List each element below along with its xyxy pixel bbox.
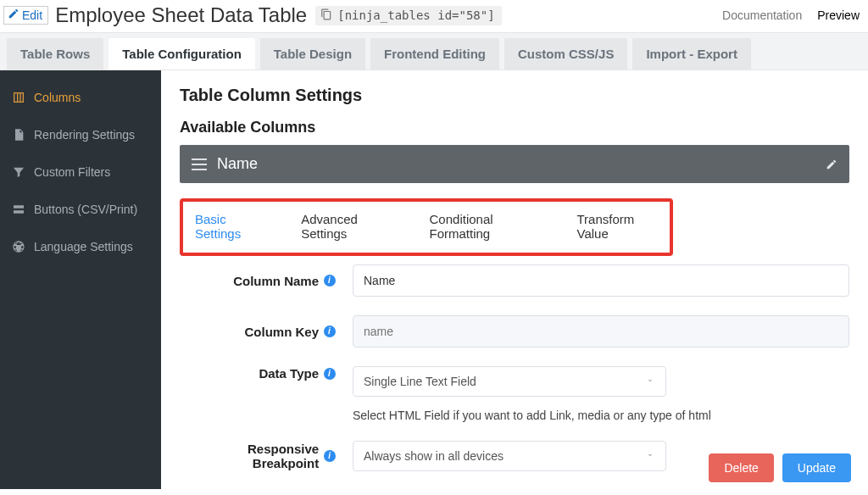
subtab-conditional-formatting[interactable]: Conditional Formatting	[430, 212, 542, 246]
tab-frontend-editing[interactable]: Frontend Editing	[370, 38, 499, 70]
documentation-link[interactable]: Documentation	[722, 8, 802, 22]
main-layout: Columns Rendering Settings Custom Filter…	[0, 70, 868, 489]
drag-handle-icon[interactable]	[192, 159, 207, 170]
footer-actions: Delete Update	[709, 453, 851, 482]
page-icon	[12, 128, 25, 142]
update-button[interactable]: Update	[782, 453, 851, 482]
copy-icon	[320, 8, 337, 23]
delete-button[interactable]: Delete	[709, 453, 773, 482]
page-title: Employee Sheet Data Table	[55, 3, 307, 27]
tab-custom-css-js[interactable]: Custom CSS/JS	[504, 38, 627, 70]
language-icon	[12, 240, 25, 253]
columns-icon	[12, 91, 25, 104]
pencil-icon[interactable]	[826, 159, 837, 170]
column-form: Column Name Column Key Data Type	[180, 264, 849, 471]
sidebar: Columns Rendering Settings Custom Filter…	[0, 70, 161, 489]
row-data-type: Data Type Single Line Text Field Select …	[180, 366, 849, 422]
label-data-type: Data Type	[180, 366, 341, 381]
subtab-transform-value[interactable]: Transform Value	[577, 212, 659, 246]
chevron-down-icon	[645, 449, 655, 463]
content: Table Column Settings Available Columns …	[161, 70, 868, 489]
filter-icon	[12, 165, 25, 179]
label-column-key: Column Key	[180, 325, 341, 339]
responsive-select[interactable]: Always show in all devices	[353, 441, 666, 471]
responsive-value: Always show in all devices	[364, 449, 504, 463]
subtabs-highlight: Basic Settings Advanced Settings Conditi…	[180, 198, 673, 256]
info-icon[interactable]	[324, 275, 336, 286]
top-links: Documentation Preview	[722, 8, 860, 22]
info-icon[interactable]	[324, 450, 336, 462]
data-type-value: Single Line Text Field	[364, 375, 476, 388]
column-name-input[interactable]	[353, 264, 849, 297]
data-type-select[interactable]: Single Line Text Field	[353, 366, 666, 397]
subtab-basic-settings[interactable]: Basic Settings	[195, 212, 265, 246]
sidebar-item-label: Columns	[34, 91, 81, 104]
tab-table-rows[interactable]: Table Rows	[7, 38, 103, 70]
shortcode-text: [ninja_tables id="58"]	[337, 8, 494, 22]
column-subtabs: Basic Settings Advanced Settings Conditi…	[195, 212, 658, 246]
shortcode-box[interactable]: [ninja_tables id="58"]	[315, 6, 501, 25]
data-type-help: Select HTML Field if you want to add Lin…	[353, 409, 849, 422]
info-icon[interactable]	[324, 325, 336, 337]
sidebar-item-label: Rendering Settings	[34, 128, 135, 142]
label-responsive: Responsive Breakpoint	[180, 442, 341, 470]
sidebar-item-buttons[interactable]: Buttons (CSV/Print)	[0, 191, 161, 228]
sidebar-item-label: Custom Filters	[34, 165, 110, 179]
subtab-advanced-settings[interactable]: Advanced Settings	[301, 212, 393, 246]
sidebar-item-label: Buttons (CSV/Print)	[34, 203, 137, 216]
pencil-icon	[8, 8, 22, 22]
buttons-icon	[12, 203, 25, 216]
sidebar-item-columns[interactable]: Columns	[0, 79, 161, 116]
column-header-bar[interactable]: Name	[180, 145, 849, 183]
row-column-name: Column Name	[180, 264, 849, 297]
preview-link[interactable]: Preview	[817, 8, 860, 22]
label-column-name: Column Name	[180, 274, 341, 288]
sidebar-item-filters[interactable]: Custom Filters	[0, 153, 161, 191]
sidebar-item-language[interactable]: Language Settings	[0, 228, 161, 265]
column-name: Name	[217, 155, 258, 173]
edit-link[interactable]: Edit	[3, 6, 48, 25]
row-column-key: Column Key	[180, 315, 849, 348]
sidebar-item-label: Language Settings	[34, 240, 133, 253]
tab-import-export[interactable]: Import - Export	[632, 38, 751, 70]
primary-tabs: Table Rows Table Configuration Table Des…	[0, 32, 868, 70]
tab-table-configuration[interactable]: Table Configuration	[108, 38, 255, 70]
edit-label: Edit	[22, 8, 42, 22]
section-title: Table Column Settings	[180, 86, 849, 105]
tab-table-design[interactable]: Table Design	[260, 38, 365, 70]
available-columns-title: Available Columns	[180, 119, 849, 136]
top-bar: Edit Employee Sheet Data Table [ninja_ta…	[0, 0, 868, 32]
info-icon[interactable]	[324, 368, 336, 380]
chevron-down-icon	[645, 375, 655, 388]
sidebar-item-rendering[interactable]: Rendering Settings	[0, 116, 161, 153]
column-key-input[interactable]	[353, 315, 849, 348]
